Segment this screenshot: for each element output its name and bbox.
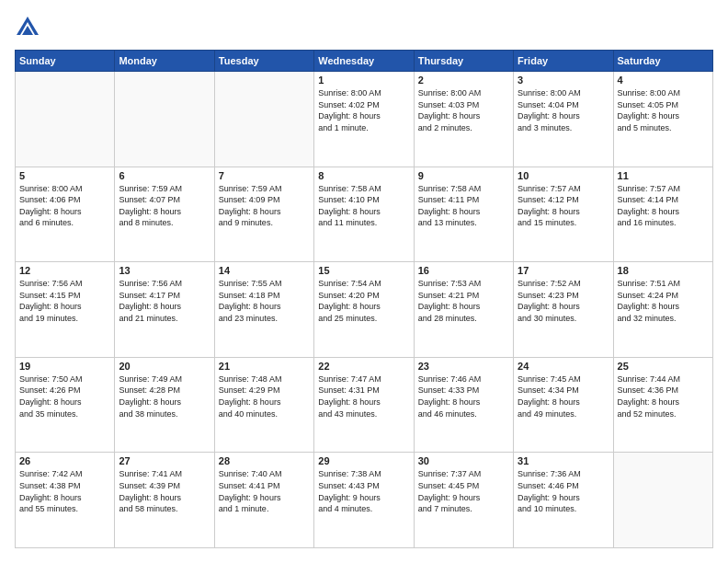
day-info: Sunrise: 7:54 AM Sunset: 4:20 PM Dayligh… [318, 278, 409, 324]
day-info: Sunrise: 7:48 AM Sunset: 4:29 PM Dayligh… [219, 373, 310, 419]
day-number: 30 [418, 455, 509, 466]
day-number: 16 [418, 265, 509, 276]
calendar-week-5: 26Sunrise: 7:42 AM Sunset: 4:38 PM Dayli… [16, 453, 713, 548]
day-number: 5 [19, 170, 110, 181]
day-number: 22 [318, 361, 409, 372]
day-info: Sunrise: 7:57 AM Sunset: 4:14 PM Dayligh… [618, 183, 709, 229]
weekday-header-friday: Friday [514, 51, 613, 72]
calendar-cell: 1Sunrise: 8:00 AM Sunset: 4:02 PM Daylig… [314, 72, 414, 167]
day-number: 6 [119, 170, 210, 181]
day-info: Sunrise: 7:57 AM Sunset: 4:12 PM Dayligh… [518, 183, 609, 229]
weekday-header-saturday: Saturday [613, 51, 712, 72]
day-number: 12 [19, 265, 110, 276]
day-info: Sunrise: 7:53 AM Sunset: 4:21 PM Dayligh… [418, 278, 509, 324]
calendar-cell: 11Sunrise: 7:57 AM Sunset: 4:14 PM Dayli… [613, 167, 712, 262]
calendar-cell: 8Sunrise: 7:58 AM Sunset: 4:10 PM Daylig… [314, 167, 414, 262]
day-info: Sunrise: 7:36 AM Sunset: 4:46 PM Dayligh… [518, 468, 609, 514]
day-info: Sunrise: 7:46 AM Sunset: 4:33 PM Dayligh… [418, 373, 509, 419]
calendar-cell: 29Sunrise: 7:38 AM Sunset: 4:43 PM Dayli… [314, 453, 414, 548]
day-number: 18 [618, 265, 709, 276]
day-info: Sunrise: 7:56 AM Sunset: 4:15 PM Dayligh… [19, 278, 110, 324]
day-info: Sunrise: 7:40 AM Sunset: 4:41 PM Dayligh… [219, 468, 310, 514]
calendar-cell: 21Sunrise: 7:48 AM Sunset: 4:29 PM Dayli… [214, 357, 313, 453]
day-info: Sunrise: 7:58 AM Sunset: 4:10 PM Dayligh… [318, 183, 409, 229]
day-info: Sunrise: 7:55 AM Sunset: 4:18 PM Dayligh… [219, 278, 310, 324]
calendar-cell: 30Sunrise: 7:37 AM Sunset: 4:45 PM Dayli… [414, 453, 513, 548]
calendar-cell: 22Sunrise: 7:47 AM Sunset: 4:31 PM Dayli… [314, 357, 414, 453]
calendar-cell: 20Sunrise: 7:49 AM Sunset: 4:28 PM Dayli… [115, 357, 214, 453]
day-number: 8 [318, 170, 409, 181]
day-number: 9 [418, 170, 509, 181]
calendar-cell: 25Sunrise: 7:44 AM Sunset: 4:36 PM Dayli… [613, 357, 712, 453]
day-number: 13 [119, 265, 210, 276]
day-number: 31 [518, 455, 609, 466]
day-info: Sunrise: 7:59 AM Sunset: 4:07 PM Dayligh… [119, 183, 210, 229]
day-info: Sunrise: 7:44 AM Sunset: 4:36 PM Dayligh… [618, 373, 709, 419]
day-number: 21 [219, 361, 310, 372]
weekday-header-row: SundayMondayTuesdayWednesdayThursdayFrid… [16, 51, 713, 72]
calendar-cell: 2Sunrise: 8:00 AM Sunset: 4:03 PM Daylig… [414, 72, 513, 167]
day-info: Sunrise: 7:42 AM Sunset: 4:38 PM Dayligh… [19, 468, 110, 514]
calendar-week-3: 12Sunrise: 7:56 AM Sunset: 4:15 PM Dayli… [16, 262, 713, 358]
day-info: Sunrise: 7:51 AM Sunset: 4:24 PM Dayligh… [618, 278, 709, 324]
calendar-cell: 7Sunrise: 7:59 AM Sunset: 4:09 PM Daylig… [214, 167, 313, 262]
day-number: 14 [219, 265, 310, 276]
day-info: Sunrise: 7:56 AM Sunset: 4:17 PM Dayligh… [119, 278, 210, 324]
calendar-cell: 13Sunrise: 7:56 AM Sunset: 4:17 PM Dayli… [115, 262, 214, 358]
day-info: Sunrise: 8:00 AM Sunset: 4:03 PM Dayligh… [418, 87, 509, 133]
calendar-cell: 31Sunrise: 7:36 AM Sunset: 4:46 PM Dayli… [514, 453, 613, 548]
calendar-week-1: 1Sunrise: 8:00 AM Sunset: 4:02 PM Daylig… [16, 72, 713, 167]
calendar-cell: 28Sunrise: 7:40 AM Sunset: 4:41 PM Dayli… [214, 453, 313, 548]
weekday-header-monday: Monday [115, 51, 214, 72]
day-info: Sunrise: 7:41 AM Sunset: 4:39 PM Dayligh… [119, 468, 210, 514]
day-number: 27 [119, 455, 210, 466]
calendar-cell [115, 72, 214, 167]
day-info: Sunrise: 8:00 AM Sunset: 4:04 PM Dayligh… [518, 87, 609, 133]
calendar-week-4: 19Sunrise: 7:50 AM Sunset: 4:26 PM Dayli… [16, 357, 713, 453]
header [15, 15, 713, 40]
calendar-cell: 18Sunrise: 7:51 AM Sunset: 4:24 PM Dayli… [613, 262, 712, 358]
calendar-cell: 14Sunrise: 7:55 AM Sunset: 4:18 PM Dayli… [214, 262, 313, 358]
calendar-cell: 24Sunrise: 7:45 AM Sunset: 4:34 PM Dayli… [514, 357, 613, 453]
day-info: Sunrise: 7:37 AM Sunset: 4:45 PM Dayligh… [418, 468, 509, 514]
day-number: 25 [618, 361, 709, 372]
day-info: Sunrise: 7:58 AM Sunset: 4:11 PM Dayligh… [418, 183, 509, 229]
page: SundayMondayTuesdayWednesdayThursdayFrid… [0, 0, 728, 563]
day-info: Sunrise: 7:49 AM Sunset: 4:28 PM Dayligh… [119, 373, 210, 419]
day-number: 4 [618, 75, 709, 86]
calendar-cell: 6Sunrise: 7:59 AM Sunset: 4:07 PM Daylig… [115, 167, 214, 262]
day-number: 26 [19, 455, 110, 466]
day-info: Sunrise: 8:00 AM Sunset: 4:06 PM Dayligh… [19, 183, 110, 229]
calendar-cell: 17Sunrise: 7:52 AM Sunset: 4:23 PM Dayli… [514, 262, 613, 358]
day-number: 11 [618, 170, 709, 181]
day-number: 28 [219, 455, 310, 466]
day-number: 17 [518, 265, 609, 276]
day-number: 10 [518, 170, 609, 181]
day-number: 2 [418, 75, 509, 86]
day-number: 24 [518, 361, 609, 372]
calendar-cell: 19Sunrise: 7:50 AM Sunset: 4:26 PM Dayli… [16, 357, 115, 453]
logo-icon [15, 15, 40, 40]
day-info: Sunrise: 7:45 AM Sunset: 4:34 PM Dayligh… [518, 373, 609, 419]
day-number: 29 [318, 455, 409, 466]
weekday-header-thursday: Thursday [414, 51, 513, 72]
day-info: Sunrise: 7:47 AM Sunset: 4:31 PM Dayligh… [318, 373, 409, 419]
day-number: 7 [219, 170, 310, 181]
calendar-cell: 16Sunrise: 7:53 AM Sunset: 4:21 PM Dayli… [414, 262, 513, 358]
day-number: 3 [518, 75, 609, 86]
calendar-cell: 26Sunrise: 7:42 AM Sunset: 4:38 PM Dayli… [16, 453, 115, 548]
day-info: Sunrise: 7:52 AM Sunset: 4:23 PM Dayligh… [518, 278, 609, 324]
day-number: 1 [318, 75, 409, 86]
day-number: 19 [19, 361, 110, 372]
weekday-header-tuesday: Tuesday [214, 51, 313, 72]
day-info: Sunrise: 7:50 AM Sunset: 4:26 PM Dayligh… [19, 373, 110, 419]
calendar-cell: 4Sunrise: 8:00 AM Sunset: 4:05 PM Daylig… [613, 72, 712, 167]
weekday-header-sunday: Sunday [16, 51, 115, 72]
calendar-cell: 5Sunrise: 8:00 AM Sunset: 4:06 PM Daylig… [16, 167, 115, 262]
calendar-cell: 23Sunrise: 7:46 AM Sunset: 4:33 PM Dayli… [414, 357, 513, 453]
calendar-cell: 10Sunrise: 7:57 AM Sunset: 4:12 PM Dayli… [514, 167, 613, 262]
calendar-cell: 3Sunrise: 8:00 AM Sunset: 4:04 PM Daylig… [514, 72, 613, 167]
weekday-header-wednesday: Wednesday [314, 51, 414, 72]
day-number: 15 [318, 265, 409, 276]
calendar-week-2: 5Sunrise: 8:00 AM Sunset: 4:06 PM Daylig… [16, 167, 713, 262]
